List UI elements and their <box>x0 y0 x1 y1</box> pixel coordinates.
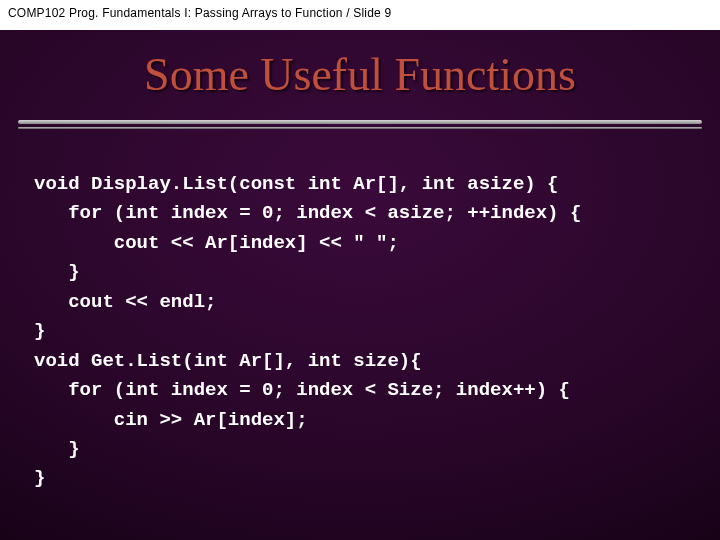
code-line: } <box>34 320 45 342</box>
code-line: } <box>34 261 80 283</box>
code-line: for (int index = 0; index < Size; index+… <box>34 379 570 401</box>
title-rule <box>18 120 702 129</box>
code-line: cout << endl; <box>34 291 216 313</box>
code-line: } <box>34 438 80 460</box>
slide-header: COMP102 Prog. Fundamentals I: Passing Ar… <box>0 0 720 30</box>
header-text: COMP102 Prog. Fundamentals I: Passing Ar… <box>8 6 391 20</box>
code-line: void Get.List(int Ar[], int size){ <box>34 350 422 372</box>
code-line: cin >> Ar[index]; <box>34 409 308 431</box>
code-line: cout << Ar[index] << " "; <box>34 232 399 254</box>
slide: COMP102 Prog. Fundamentals I: Passing Ar… <box>0 0 720 540</box>
code-block: void Display.List(const int Ar[], int as… <box>34 170 700 494</box>
code-line: void Display.List(const int Ar[], int as… <box>34 173 559 195</box>
rule-thick <box>18 120 702 124</box>
code-line: } <box>34 467 45 489</box>
rule-thin <box>18 127 702 129</box>
code-line: for (int index = 0; index < asize; ++ind… <box>34 202 581 224</box>
slide-title: Some Useful Functions <box>0 48 720 101</box>
